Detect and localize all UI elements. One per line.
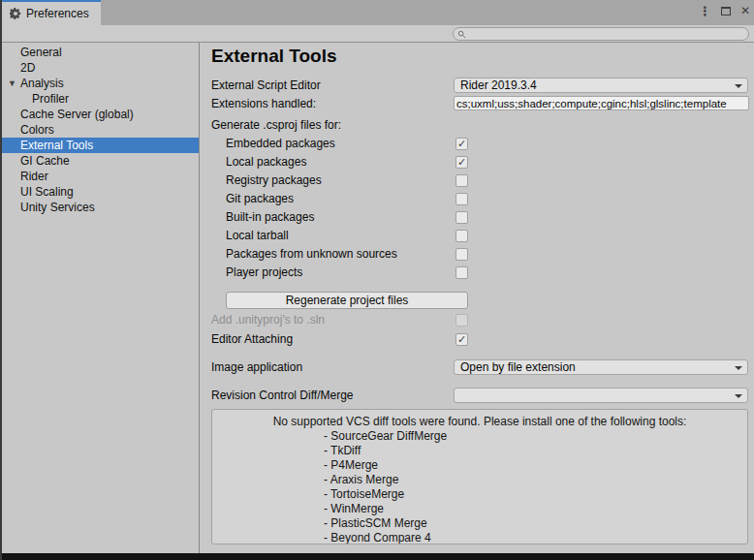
vcs-tool-item: - Araxis Merge — [212, 473, 747, 487]
csproj-options: Embedded packages ✓ Local packages ✓ Reg… — [200, 137, 754, 279]
vcs-tool-item: - SourceGear DiffMerge — [212, 429, 747, 444]
csproj-option-label: Player projects — [226, 265, 302, 279]
script-editor-label: External Script Editor — [211, 78, 321, 92]
dropdown-arrow-icon — [735, 84, 742, 88]
checkmark-icon: ✓ — [456, 334, 467, 345]
csproj-option-row: Registry packages — [211, 173, 748, 187]
search-icon — [457, 30, 466, 39]
titlebar: Preferences ⋮ ✕ — [2, 0, 754, 25]
vcs-tool-item: - TkDiff — [212, 444, 747, 458]
csproj-option-row: Embedded packages ✓ — [211, 137, 748, 150]
csproj-option-row: Built-in packages — [211, 210, 748, 224]
sidebar-item-label: GI Cache — [20, 154, 70, 168]
script-editor-row: External Script Editor Rider 2019.3.4 — [211, 78, 748, 93]
vcs-tool-item: - WinMerge — [212, 502, 747, 516]
sidebar-item-cache-server-global[interactable]: Cache Server (global) — [2, 107, 199, 122]
vcs-tool-item: - TortoiseMerge — [212, 487, 747, 502]
menu-icon[interactable]: ⋮ — [699, 5, 711, 17]
vcs-helpbox-message: No supported VCS diff tools were found. … — [212, 415, 747, 429]
editor-attaching-checkbox[interactable]: ✓ — [456, 333, 468, 346]
script-editor-value: Rider 2019.3.4 — [460, 78, 537, 92]
dropdown-arrow-icon — [735, 394, 742, 398]
csproj-option-label: Packages from unknown sources — [226, 247, 397, 261]
csproj-option-checkbox[interactable] — [456, 174, 468, 187]
search-box[interactable] — [453, 27, 749, 41]
csproj-option-checkbox[interactable]: ✓ — [456, 156, 468, 169]
sidebar-item-label: External Tools — [20, 139, 93, 152]
csproj-option-checkbox[interactable] — [456, 211, 468, 224]
sidebar-item-general[interactable]: General — [2, 45, 199, 60]
window-controls: ⋮ ✕ — [699, 0, 750, 21]
csproj-header-row: Generate .csproj files for: — [211, 118, 748, 132]
regenerate-button[interactable]: Regenerate project files — [226, 292, 468, 309]
tab-preferences[interactable]: Preferences — [2, 0, 101, 25]
vcs-tool-item: - PlasticSCM Merge — [212, 516, 747, 531]
sidebar-item-analysis[interactable]: ▼Analysis — [2, 76, 199, 91]
sidebar-item-2d[interactable]: 2D — [2, 60, 199, 76]
sidebar-item-label: Profiler — [32, 92, 69, 106]
preferences-window: Preferences ⋮ ✕ General2D▼AnalysisProfil… — [0, 0, 754, 560]
extensions-row: Extensions handled: — [211, 96, 748, 111]
csproj-option-row: Player projects — [211, 265, 748, 279]
close-icon[interactable]: ✕ — [740, 5, 750, 16]
csproj-option-checkbox[interactable] — [456, 248, 468, 261]
sidebar-item-gi-cache[interactable]: GI Cache — [2, 153, 199, 169]
script-editor-dropdown[interactable]: Rider 2019.3.4 — [454, 78, 748, 93]
revision-control-row: Revision Control Diff/Merge — [211, 388, 748, 403]
image-application-label: Image application — [211, 360, 302, 374]
sidebar-item-label: 2D — [20, 61, 35, 75]
csproj-label: Generate .csproj files for: — [211, 118, 341, 132]
settings-panel: External Tools External Script Editor Ri… — [200, 43, 754, 553]
sidebar-item-unity-services[interactable]: Unity Services — [2, 200, 199, 215]
editor-attaching-label: Editor Attaching — [211, 332, 293, 346]
csproj-option-row: Local packages ✓ — [211, 155, 748, 169]
search-input[interactable] — [468, 29, 748, 40]
checkmark-icon: ✓ — [456, 157, 467, 168]
revision-control-dropdown[interactable] — [454, 388, 748, 403]
unityproj-label: Add .unityproj's to .sln — [211, 313, 325, 327]
sidebar-item-external-tools[interactable]: External Tools — [2, 138, 199, 153]
csproj-option-checkbox[interactable]: ✓ — [456, 138, 468, 150]
image-application-row: Image application Open by file extension — [211, 359, 748, 375]
csproj-option-label: Local packages — [226, 155, 306, 169]
image-application-dropdown[interactable]: Open by file extension — [454, 359, 748, 375]
csproj-option-label: Local tarball — [226, 229, 289, 242]
csproj-option-label: Registry packages — [226, 173, 322, 187]
window-body: General2D▼AnalysisProfilerCache Server (… — [2, 43, 754, 553]
vcs-helpbox: No supported VCS diff tools were found. … — [211, 409, 748, 544]
csproj-option-row: Packages from unknown sources — [211, 247, 748, 261]
revision-control-label: Revision Control Diff/Merge — [211, 389, 354, 402]
csproj-option-checkbox[interactable] — [456, 193, 468, 205]
sidebar-item-label: Colors — [20, 123, 54, 137]
sidebar-item-label: UI Scaling — [20, 185, 74, 199]
csproj-option-row: Git packages — [211, 192, 748, 205]
csproj-option-checkbox[interactable] — [456, 230, 468, 242]
sidebar-item-profiler[interactable]: Profiler — [2, 91, 199, 107]
image-application-value: Open by file extension — [460, 360, 576, 374]
sidebar-item-ui-scaling[interactable]: UI Scaling — [2, 184, 199, 200]
sidebar-item-label: General — [20, 46, 62, 59]
extensions-label: Extensions handled: — [211, 97, 316, 110]
csproj-option-checkbox[interactable] — [456, 266, 468, 279]
extensions-input[interactable] — [454, 96, 749, 110]
sidebar-item-label: Cache Server (global) — [20, 108, 134, 121]
sidebar-item-label: Unity Services — [20, 201, 95, 214]
csproj-option-label: Built-in packages — [226, 210, 314, 224]
page-title: External Tools — [211, 45, 754, 68]
maximize-icon[interactable] — [721, 7, 731, 16]
unityproj-row: Add .unityproj's to .sln — [211, 313, 748, 327]
foldout-arrow-icon[interactable]: ▼ — [8, 76, 16, 91]
dropdown-arrow-icon — [735, 366, 742, 370]
vcs-tool-list: - SourceGear DiffMerge- TkDiff- P4Merge-… — [212, 429, 747, 544]
vcs-tool-item: - Beyond Compare 4 — [212, 531, 747, 544]
tab-title: Preferences — [26, 7, 89, 20]
vcs-tool-item: - P4Merge — [212, 458, 747, 473]
editor-attaching-row: Editor Attaching ✓ — [211, 332, 748, 346]
sidebar-item-rider[interactable]: Rider — [2, 169, 199, 184]
sidebar-item-colors[interactable]: Colors — [2, 122, 199, 138]
toolbar — [2, 25, 754, 43]
sidebar-item-label: Rider — [20, 170, 48, 183]
gear-icon — [10, 8, 21, 19]
csproj-option-label: Git packages — [226, 192, 294, 205]
window-bottom-frame — [2, 553, 754, 560]
